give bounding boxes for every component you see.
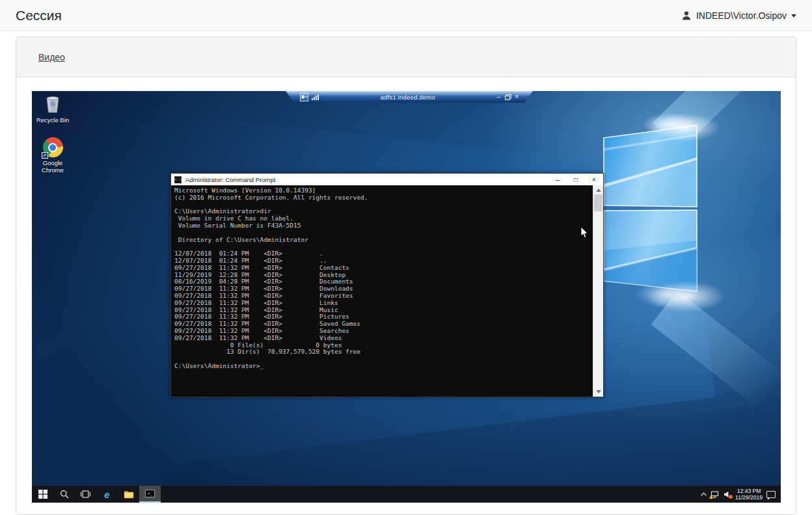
search-icon — [60, 490, 69, 499]
action-center-button[interactable] — [766, 491, 776, 498]
session-card: Видео — [16, 36, 796, 515]
cmd-window-icon: C:\ — [174, 176, 182, 183]
internet-explorer-button[interactable]: e — [96, 486, 118, 503]
svg-text:♻: ♻ — [50, 100, 56, 107]
chevron-down-icon — [791, 14, 796, 18]
rdp-restore-button[interactable] — [505, 94, 510, 99]
console-output: Microsoft Windows [Version 10.0.14393] (… — [171, 185, 593, 397]
cmd-window[interactable]: C:\ Administrator: Command Prompt – □ × … — [170, 173, 604, 397]
cmd-body[interactable]: Microsoft Windows [Version 10.0.14393] (… — [171, 185, 603, 397]
cmd-close-button[interactable]: × — [585, 174, 603, 185]
windows-start-icon — [38, 490, 47, 499]
person-icon — [681, 10, 692, 21]
scroll-up-icon[interactable] — [596, 189, 601, 192]
shortcut-arrow-icon: ↗ — [42, 152, 48, 159]
tab-video[interactable]: Видео — [38, 52, 65, 62]
rdp-close-button[interactable]: × — [515, 94, 519, 100]
cmd-window-title: Administrator: Command Prompt — [185, 176, 548, 183]
recycle-bin-icon: ♻ — [43, 95, 62, 114]
volume-button[interactable] — [724, 491, 731, 498]
wallpaper-ray — [653, 91, 781, 151]
task-view-button[interactable] — [75, 486, 96, 503]
chevron-up-icon — [701, 492, 707, 496]
console-scrollbar[interactable] — [593, 185, 603, 397]
tray-expand-button[interactable] — [701, 492, 707, 496]
file-explorer-icon — [124, 490, 134, 499]
desktop-icon-label: Recycle Bin — [36, 116, 69, 124]
cmd-taskbar-icon: >_ — [145, 490, 155, 497]
scrollbar-thumb[interactable] — [594, 194, 602, 211]
action-center-icon — [766, 491, 776, 498]
wallpaper-glow — [647, 281, 725, 312]
windows-logo-wallpaper — [595, 117, 705, 299]
taskbar-clock[interactable]: 12:43 PM 11/29/2019 — [735, 488, 763, 501]
internet-explorer-icon: e — [104, 490, 109, 499]
network-status-button[interactable] — [710, 491, 720, 498]
signal-bars-icon — [312, 94, 319, 100]
network-warning-icon — [709, 495, 713, 499]
cmd-maximize-button[interactable]: □ — [567, 174, 585, 185]
clock-time: 12:43 PM — [735, 488, 763, 494]
page-title: Сессия — [16, 8, 62, 23]
chrome-icon: ↗ — [43, 137, 63, 157]
wallpaper-ray — [651, 291, 781, 425]
taskbar: e >_ — [32, 486, 781, 503]
user-name-label: INDEED\Victor.Osipov — [696, 10, 787, 21]
app-header: Сессия INDEED\Victor.Osipov — [0, 0, 812, 31]
desktop-icon-recycle-bin[interactable]: ♻ Recycle Bin — [34, 95, 72, 124]
clock-date: 11/29/2019 — [735, 494, 763, 501]
desktop-icon-label: Google Chrome — [34, 159, 72, 174]
scroll-down-icon[interactable] — [596, 390, 601, 393]
card-body: adfs1.indeed.demo – × ♻ Recycle Bin — [16, 77, 796, 515]
file-explorer-button[interactable] — [118, 486, 139, 503]
system-tray: 12:43 PM 11/29/2019 — [701, 486, 781, 503]
remote-desktop-view[interactable]: adfs1.indeed.demo – × ♻ Recycle Bin — [32, 91, 781, 503]
start-button[interactable] — [32, 486, 53, 503]
desktop-icon-google-chrome[interactable]: ↗ Google Chrome — [34, 137, 72, 174]
card-header: Видео — [16, 37, 796, 77]
user-menu[interactable]: INDEED\Victor.Osipov — [681, 10, 796, 21]
cmd-minimize-button[interactable]: – — [548, 174, 567, 185]
cmd-titlebar[interactable]: C:\ Administrator: Command Prompt – □ × — [171, 174, 603, 185]
rdp-host-name: adfs1.indeed.demo — [319, 94, 497, 101]
taskbar-cmd-button[interactable]: >_ — [139, 486, 161, 503]
rdp-connection-bar: adfs1.indeed.demo – × — [286, 91, 533, 103]
volume-alert-badge — [729, 495, 733, 499]
wallpaper-glow — [649, 113, 720, 142]
task-view-icon — [81, 490, 90, 498]
rdp-minimize-button[interactable]: – — [497, 94, 501, 100]
search-button[interactable] — [53, 486, 75, 503]
pin-icon[interactable] — [300, 93, 308, 101]
